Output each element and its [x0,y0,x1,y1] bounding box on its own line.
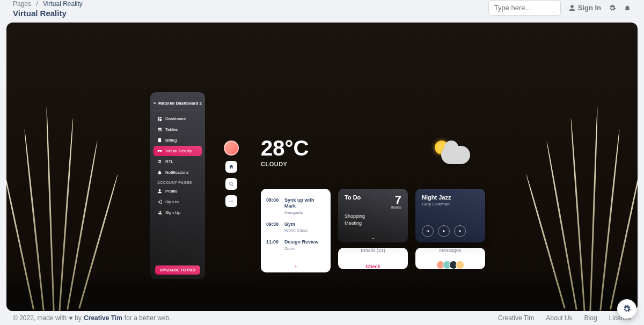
more-button[interactable] [225,195,237,207]
nav-item-billing[interactable]: Billing [153,135,202,145]
dashboard-icon [157,116,162,121]
footer-link-creative-tim[interactable]: Creative Tim [498,314,534,322]
breadcrumb-root[interactable]: Pages [13,0,31,8]
notifications-button[interactable] [624,4,631,12]
todo-items-label: items [391,205,401,210]
settings-fab[interactable] [617,299,636,319]
bell-icon [624,4,631,12]
sidenav-section-label: ACCOUNT PAGES [157,181,198,184]
weather-temp: 28°C [261,137,309,159]
sofa-decor [6,274,638,311]
play-icon [442,229,446,233]
svg-point-0 [229,201,230,202]
messages-label: Messages [439,248,461,253]
home-button[interactable] [225,161,237,173]
nav-item-virtual-reality[interactable]: Virtual Reality [153,146,202,156]
rtl-icon [157,159,162,164]
sidenav: Material Dashboard 2 DashboardTablesBill… [150,92,205,279]
search-button[interactable] [225,178,237,190]
sign-in-link[interactable]: Sign In [568,4,601,12]
user-avatar[interactable] [224,141,239,156]
schedule-title: Synk up with Mark [284,197,325,209]
nav-item-tables[interactable]: Tables [153,124,202,135]
login-icon [157,200,162,204]
todo-expand[interactable]: ⌄ [371,234,375,240]
schedule-time: 09:30 [266,221,280,233]
footer-link-blog[interactable]: Blog [584,314,597,322]
schedule-sub: World Class [284,228,325,233]
weather-icon [428,135,472,173]
schedule-title: Design Review [284,239,325,245]
todo-card[interactable]: To Do 7 items Shopping Meeting ⌄ [338,189,408,242]
bell-icon [157,170,162,175]
music-prev-button[interactable] [422,225,434,237]
nav-item-sign-up[interactable]: Sign Up [153,208,202,218]
upgrade-button[interactable]: UPGRADE TO PRO [155,265,200,275]
svg-point-2 [232,201,233,202]
emails-card[interactable]: Emails (21) Check [338,248,408,269]
messages-card[interactable]: Messages [415,248,485,269]
todo-list: Shopping Meeting [345,213,401,226]
footer-link-about-us[interactable]: About Us [546,314,572,322]
music-next-button[interactable] [454,225,466,237]
person-icon [157,189,162,194]
music-title: Night Jazz [422,194,479,201]
gear-icon [609,4,616,12]
music-artist: Gary Coleman [422,202,479,206]
mini-toolbar [224,141,239,207]
weather-widget: 28°C CLOUDY [261,137,309,167]
search-icon [229,181,234,187]
chevron-down-icon [293,264,298,269]
nav-item-rtl[interactable]: RTL [153,157,202,167]
svg-point-1 [231,201,232,202]
music-card: Night Jazz Gary Coleman [415,189,485,242]
vr-stage: Material Dashboard 2 DashboardTablesBill… [6,23,638,311]
schedule-more[interactable] [266,264,325,270]
todo-count: 7 [391,194,401,206]
schedule-item[interactable]: 09:30GymWorld Class [266,218,325,237]
page-title: Virtual Reality [13,9,83,18]
nav-item-notifications[interactable]: Notifications [153,167,202,178]
footer-brand-link[interactable]: Creative Tim [84,314,122,322]
receipt-icon [157,138,162,143]
nav-item-dashboard[interactable]: Dashboard [153,114,202,124]
schedule-title: Gym [284,221,325,227]
todo-title: To Do [345,194,361,201]
next-icon [458,229,462,233]
schedule-sub: Hangouts [284,210,325,215]
weather-condition: CLOUDY [261,161,309,167]
music-play-button[interactable] [438,225,450,237]
nav-item-profile[interactable]: Profile [153,186,202,196]
messages-avatars [436,261,464,269]
schedule-time: 08:00 [266,197,280,215]
cloud-icon [441,146,470,164]
table-icon [157,127,162,132]
emails-check-link[interactable]: Check [365,264,380,269]
prev-icon [426,229,430,233]
sidenav-brand[interactable]: Material Dashboard 2 [153,98,202,111]
emails-label: Emails (21) [361,248,385,253]
gear-icon [623,305,631,313]
settings-button[interactable] [609,4,616,12]
breadcrumb: Pages / Virtual Reality [13,0,83,8]
schedule-time: 11:00 [266,239,280,251]
home-icon [229,164,234,169]
schedule-sub: Zoom [284,246,325,251]
vr-icon [157,149,162,153]
breadcrumb-current: Virtual Reality [43,0,83,8]
dashboard-logo-icon [153,100,156,106]
footer: © 2022, made with ♥ by Creative Tim for … [0,311,644,325]
topbar: Pages / Virtual Reality Virtual Reality … [0,0,644,23]
heart-icon: ♥ [69,314,72,322]
search-input[interactable] [488,0,561,16]
nav-item-sign-in[interactable]: Sign In [153,197,202,207]
user-icon [568,4,576,12]
ellipsis-icon [229,198,234,204]
signup-icon [157,210,162,215]
schedule-card: 08:00Synk up with MarkHangouts09:30GymWo… [261,189,331,272]
schedule-item[interactable]: 11:00Design ReviewZoom [266,236,325,254]
schedule-item[interactable]: 08:00Synk up with MarkHangouts [266,194,325,218]
